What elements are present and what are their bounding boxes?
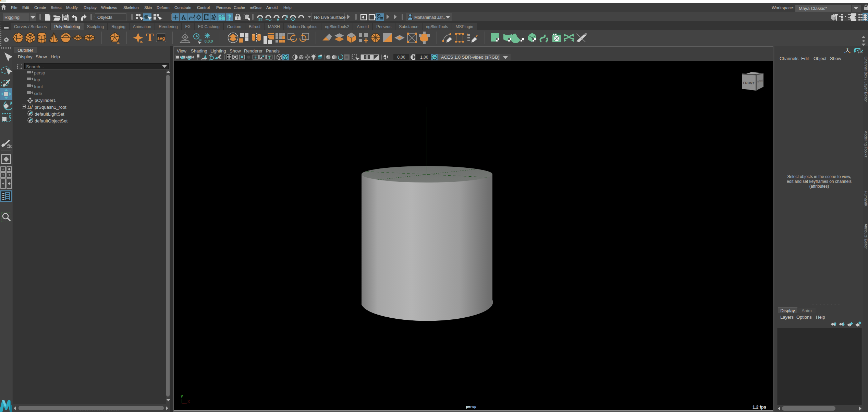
svg-text:0,0,0: 0,0,0	[205, 39, 213, 43]
svg-text:y: y	[181, 394, 183, 399]
svg-text:FRONT: FRONT	[743, 81, 755, 85]
svg-text:ON: ON	[432, 56, 436, 59]
svg-text:svg: svg	[157, 36, 165, 41]
svg-text:x: x	[187, 399, 190, 404]
svg-text:1.00: 1.00	[420, 55, 428, 60]
svg-text:T: T	[268, 55, 271, 59]
svg-text:ACES 1.0 SDR-video (sRGB): ACES 1.0 SDR-video (sRGB)	[441, 55, 500, 60]
svg-text:T: T	[146, 31, 154, 44]
svg-text:0.00: 0.00	[397, 55, 405, 60]
